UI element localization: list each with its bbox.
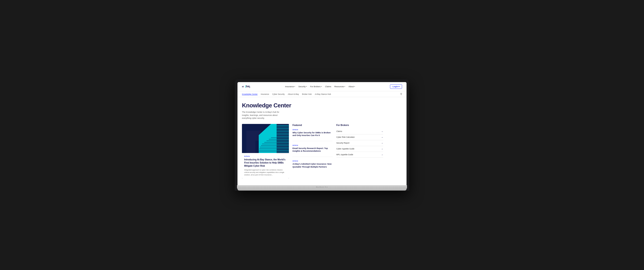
svg-rect-24 bbox=[276, 152, 289, 152]
arrow-right-icon: → bbox=[381, 148, 383, 150]
broker-item-report-label: Security Report bbox=[336, 142, 350, 144]
nav-for-brokers[interactable]: For Brokers ▾ bbox=[310, 86, 322, 88]
arrow-right-icon: → bbox=[381, 130, 383, 133]
featured-item-2[interactable]: Article Email Security Research Report: … bbox=[292, 144, 333, 157]
nav-about[interactable]: About ▾ bbox=[348, 86, 355, 88]
featured-heading: Featured bbox=[292, 124, 333, 126]
svg-text:at: at bbox=[242, 86, 244, 88]
svg-rect-17 bbox=[276, 141, 289, 142]
featured-article-tag: Article bbox=[244, 155, 287, 157]
sec-link-insurance[interactable]: Insurance bbox=[261, 93, 269, 95]
svg-rect-23 bbox=[276, 150, 289, 151]
logo-icon: at bay bbox=[242, 84, 250, 89]
broker-item-claims[interactable]: Claims → bbox=[336, 128, 383, 134]
svg-rect-7 bbox=[276, 125, 289, 126]
macbook-chin: MacBook Pro bbox=[237, 185, 407, 189]
svg-rect-26 bbox=[269, 139, 276, 140]
svg-rect-32 bbox=[260, 148, 276, 149]
svg-rect-31 bbox=[260, 147, 276, 148]
nav-security[interactable]: Security ▾ bbox=[298, 86, 307, 88]
broker-item-calc-label: Cyber Risk Calculator bbox=[336, 136, 355, 138]
sec-link-broker-hub[interactable]: Broker Hub bbox=[302, 93, 312, 95]
chevron-down-icon: ▾ bbox=[354, 86, 355, 88]
featured-item-1-tag: Article bbox=[292, 128, 333, 131]
broker-item-claims-label: Claims bbox=[336, 130, 342, 132]
svg-rect-13 bbox=[276, 134, 289, 135]
macbook-label: MacBook Pro bbox=[316, 186, 328, 188]
hero-illustration bbox=[242, 124, 289, 153]
svg-rect-9 bbox=[276, 128, 289, 129]
main-content: Knowledge Center The Knowledge Center is… bbox=[238, 97, 406, 185]
featured-section: Featured Article Why Cyber Security for … bbox=[292, 124, 333, 178]
svg-rect-20 bbox=[276, 146, 289, 146]
login-button[interactable]: Login ▾ bbox=[390, 84, 402, 89]
sec-link-about-at-bay[interactable]: About At-Bay bbox=[288, 93, 299, 95]
featured-article-card[interactable]: Article Introducing At-Bay Stance, the W… bbox=[242, 124, 289, 178]
sec-link-cyber-security[interactable]: Cyber Security bbox=[272, 93, 285, 95]
chevron-down-icon: ▾ bbox=[398, 86, 400, 88]
svg-rect-29 bbox=[262, 144, 276, 144]
nav-resources[interactable]: Resources ▾ bbox=[334, 86, 345, 88]
secondary-nav: Knowledge Center Insurance Cyber Securit… bbox=[238, 91, 406, 97]
broker-item-cyber-risk-calc[interactable]: Cyber Risk Calculator → bbox=[336, 134, 383, 140]
featured-item-3-tag: Article bbox=[292, 160, 333, 162]
nav-actions: Login ▾ bbox=[390, 84, 402, 89]
featured-item-2-title: Email Security Research Report: Top Insi… bbox=[292, 147, 333, 152]
chevron-down-icon: ▾ bbox=[321, 86, 322, 88]
svg-rect-22 bbox=[276, 148, 289, 149]
search-icon[interactable]: ⚲ bbox=[400, 92, 402, 96]
svg-rect-10 bbox=[276, 130, 289, 130]
arrow-right-icon: → bbox=[381, 154, 383, 156]
page-subtitle: The Knowledge Center is At-Bay's hub for… bbox=[242, 111, 287, 120]
featured-article-title: Introducing At-Bay Stance, the World's F… bbox=[244, 158, 287, 168]
featured-item-2-tag: Article bbox=[292, 144, 333, 146]
nav-claims[interactable]: Claims bbox=[325, 86, 332, 88]
sec-link-knowledge-center[interactable]: Knowledge Center bbox=[242, 93, 258, 95]
arrow-right-icon: → bbox=[381, 142, 383, 144]
content-grid: Article Introducing At-Bay Stance, the W… bbox=[242, 124, 402, 178]
featured-item-1[interactable]: Article Why Cyber Security for SMBs is B… bbox=[292, 128, 333, 141]
broker-item-security-report[interactable]: Security Report → bbox=[336, 140, 383, 146]
sec-link-stance-hub[interactable]: At-Bay Stance Hub bbox=[315, 93, 331, 95]
svg-rect-27 bbox=[266, 140, 276, 141]
svg-rect-34 bbox=[259, 152, 276, 152]
svg-rect-30 bbox=[261, 145, 276, 146]
macbook-base bbox=[238, 189, 406, 190]
svg-rect-28 bbox=[264, 142, 276, 143]
featured-article-excerpt: Integrated approach to cyber risk combin… bbox=[244, 169, 287, 176]
featured-item-3-title: At-Bay's Admitted Cyber Insurance: Now Q… bbox=[292, 163, 333, 168]
featured-item-3[interactable]: Article At-Bay's Admitted Cyber Insuranc… bbox=[292, 160, 333, 172]
featured-item-1-title: Why Cyber Security for SMBs is Broken an… bbox=[292, 131, 333, 137]
svg-text:bay: bay bbox=[246, 85, 250, 88]
brokers-heading: For Brokers bbox=[336, 124, 383, 126]
arrow-right-icon: → bbox=[381, 136, 383, 138]
broker-item-mpl-appetite[interactable]: MPL Appetite Guide → bbox=[336, 152, 383, 158]
chevron-down-icon: ▾ bbox=[294, 86, 295, 88]
logo[interactable]: at bay bbox=[242, 84, 250, 89]
broker-item-cyber-appetite[interactable]: Cyber Appetite Guide → bbox=[336, 146, 383, 152]
svg-rect-14 bbox=[276, 136, 289, 137]
main-nav-links: Insurance ▾ Security ▾ For Brokers ▾ Cla… bbox=[285, 86, 355, 88]
svg-rect-8 bbox=[276, 126, 289, 127]
svg-rect-21 bbox=[276, 147, 289, 148]
svg-rect-18 bbox=[276, 142, 289, 143]
svg-rect-12 bbox=[276, 133, 289, 134]
featured-card-body: Article Introducing At-Bay Stance, the W… bbox=[242, 153, 289, 178]
chevron-down-icon: ▾ bbox=[306, 86, 307, 88]
nav-insurance[interactable]: Insurance ▾ bbox=[285, 86, 296, 88]
brokers-section: For Brokers Claims → Cyber Risk Calculat… bbox=[336, 124, 383, 178]
chevron-down-icon: ▾ bbox=[344, 86, 345, 88]
broker-item-cyber-appetite-label: Cyber Appetite Guide bbox=[336, 148, 354, 150]
page-title: Knowledge Center bbox=[242, 102, 402, 109]
svg-rect-25 bbox=[271, 137, 276, 138]
secondary-nav-links: Knowledge Center Insurance Cyber Securit… bbox=[242, 93, 331, 95]
featured-card-image bbox=[242, 124, 289, 153]
svg-rect-15 bbox=[276, 138, 289, 138]
broker-item-mpl-label: MPL Appetite Guide bbox=[336, 154, 353, 156]
svg-rect-16 bbox=[276, 139, 289, 140]
svg-rect-11 bbox=[276, 131, 289, 132]
top-nav: at bay Insurance ▾ Security ▾ bbox=[238, 82, 406, 91]
svg-rect-33 bbox=[259, 150, 276, 150]
svg-rect-19 bbox=[276, 144, 289, 144]
